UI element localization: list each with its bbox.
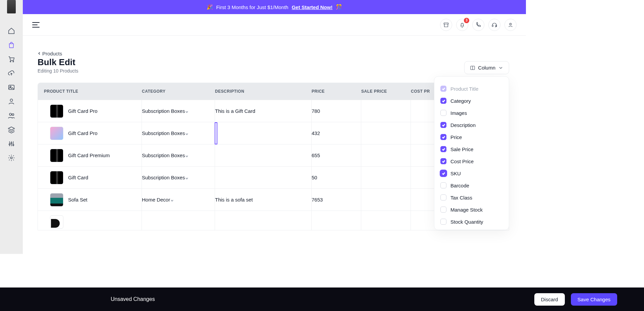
cloud-upload-icon[interactable] (7, 69, 15, 77)
product-thumbnail (50, 127, 63, 140)
sale-price-cell[interactable] (361, 189, 411, 211)
app-logo (7, 0, 16, 13)
price-cell[interactable]: 655 (312, 144, 361, 166)
column-option[interactable]: Low Stock Threshold (440, 228, 506, 230)
column-button-label: Column (478, 65, 495, 71)
column-dropdown-panel[interactable]: Product TitleCategoryImagesDescriptionPr… (434, 76, 509, 230)
columns-icon (470, 65, 475, 71)
column-option[interactable]: Barcode (440, 179, 506, 191)
checkbox-icon (440, 170, 446, 176)
sale-price-cell[interactable] (361, 167, 411, 188)
product-thumbnail (50, 193, 63, 207)
chevron-down-icon (170, 198, 174, 202)
column-option[interactable]: Description (440, 119, 506, 131)
user-icon[interactable] (7, 97, 15, 105)
svg-point-1 (13, 61, 14, 62)
price-cell[interactable] (312, 211, 361, 230)
store-icon[interactable] (440, 19, 452, 31)
price-cell[interactable]: 7653 (312, 189, 361, 211)
chevron-down-icon (185, 109, 189, 113)
price-cell[interactable]: 432 (312, 122, 361, 144)
category-label: Subscription Boxes (142, 130, 185, 136)
column-button[interactable]: Column (464, 61, 509, 74)
th-description: DESCRIPTION (215, 89, 312, 94)
category-cell[interactable]: Subscription Boxes (142, 130, 195, 136)
sale-price-cell[interactable] (361, 211, 411, 230)
category-cell[interactable]: Subscription Boxes (142, 108, 195, 114)
svg-point-8 (11, 142, 12, 144)
product-title-cell[interactable]: Gift Card Pro (44, 127, 98, 140)
price-text: 432 (312, 130, 320, 136)
column-option[interactable]: Tax Class (440, 191, 506, 204)
price-text: 780 (312, 108, 320, 114)
price-cell[interactable]: 50 (312, 167, 361, 188)
svg-rect-11 (492, 25, 493, 27)
promo-cta[interactable]: Get Started Now! (292, 4, 333, 10)
bell-icon[interactable]: 3 (456, 19, 468, 31)
home-icon[interactable] (7, 27, 15, 35)
description-cell[interactable]: This is a Gift Card (215, 108, 257, 114)
svg-point-4 (10, 99, 12, 101)
breadcrumb-back[interactable]: Products (38, 51, 62, 56)
bag-icon[interactable] (7, 41, 15, 49)
category-cell[interactable]: Subscription Boxes (142, 152, 195, 158)
category-cell[interactable]: Home Decor (142, 197, 180, 203)
gear-icon[interactable] (7, 154, 15, 162)
svg-point-13 (509, 23, 511, 25)
column-option-label: Sale Price (450, 146, 473, 152)
column-option[interactable]: Cost Price (440, 155, 506, 167)
product-title: Gift Card (68, 175, 88, 180)
profile-icon[interactable] (504, 19, 517, 31)
checkbox-icon (440, 219, 446, 225)
sale-price-cell[interactable] (361, 122, 411, 144)
category-label: Subscription Boxes (142, 108, 185, 114)
image-icon[interactable] (7, 83, 15, 91)
th-price: PRICE (312, 89, 361, 94)
product-title-cell[interactable]: Gift Card (44, 171, 88, 184)
users-icon[interactable] (7, 112, 15, 120)
chevron-down-icon (185, 131, 189, 135)
category-cell[interactable]: Subscription Boxes (142, 175, 195, 180)
product-title-cell[interactable]: Gift Card Premium (44, 149, 110, 162)
product-title-cell[interactable]: Sofa Set (44, 193, 88, 207)
column-option-label: SKU (450, 171, 461, 176)
column-option[interactable]: Sale Price (440, 143, 506, 155)
menu-toggle-icon[interactable] (32, 22, 40, 28)
promo-text: First 3 Months for Just $1/Month (216, 4, 288, 10)
category-label: Subscription Boxes (142, 152, 185, 158)
price-text: 50 (312, 175, 317, 180)
column-option[interactable]: Category (440, 95, 506, 107)
description-text: This is a Gift Card (215, 108, 255, 114)
column-option[interactable]: Manage Stock (440, 204, 506, 216)
checkbox-icon (440, 86, 446, 92)
side-rail (0, 20, 23, 162)
description-cell[interactable] (215, 123, 217, 144)
th-product-title: PRODUCT TITLE (38, 89, 142, 94)
breadcrumb-label: Products (42, 51, 62, 56)
price-cell[interactable]: 780 (312, 100, 361, 122)
promo-banner: 🎉 First 3 Months for Just $1/Month Get S… (23, 0, 526, 14)
sliders-icon[interactable] (7, 140, 15, 148)
product-thumbnail (50, 171, 63, 184)
chevron-down-icon (185, 176, 189, 180)
checkbox-icon (440, 146, 446, 152)
layers-icon[interactable] (7, 126, 15, 134)
sale-price-cell[interactable] (361, 144, 411, 166)
column-option[interactable]: Stock Quantity (440, 216, 506, 228)
column-option-label: Tax Class (450, 195, 472, 201)
category-label: Subscription Boxes (142, 175, 185, 180)
headset-icon[interactable] (488, 19, 500, 31)
sale-price-cell[interactable] (361, 100, 411, 122)
column-option-label: Manage Stock (450, 207, 483, 213)
column-option-label: Description (450, 122, 476, 128)
description-cell[interactable]: This is a sofa set (215, 197, 255, 203)
column-option[interactable]: Price (440, 131, 506, 143)
column-option[interactable]: Images (440, 107, 506, 119)
phone-icon[interactable] (472, 19, 484, 31)
product-title-cell[interactable]: Gift Card Pro (44, 104, 98, 118)
column-option[interactable]: SKU (440, 167, 506, 179)
cart-icon[interactable] (7, 55, 15, 63)
product-title-cell[interactable] (44, 215, 68, 229)
column-option-label: Images (450, 110, 467, 116)
svg-point-0 (10, 61, 11, 62)
